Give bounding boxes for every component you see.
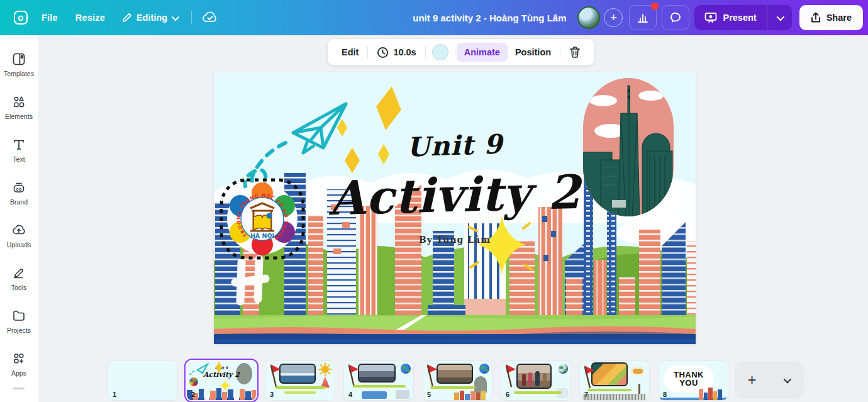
mini-flag-icon xyxy=(268,363,282,388)
brand-icon: co xyxy=(11,180,26,195)
menu-file[interactable]: File xyxy=(33,8,67,28)
mini-flag-icon xyxy=(582,364,596,389)
sidebar-label: Apps xyxy=(11,369,26,377)
page-thumbnail-2[interactable]: Unit 9 Activity 2 2 xyxy=(187,361,256,400)
svg-text:co: co xyxy=(16,186,22,191)
expand-pages-button[interactable] xyxy=(769,377,804,383)
share-button[interactable]: Share xyxy=(799,5,863,30)
mini-bread xyxy=(630,366,645,376)
add-member-button[interactable]: + xyxy=(604,8,623,27)
pencil-icon xyxy=(121,13,132,23)
chevron-down-icon xyxy=(172,13,180,21)
bar-chart-icon xyxy=(637,11,649,24)
elements-icon xyxy=(11,94,26,109)
animate-button[interactable]: Animate xyxy=(457,43,508,62)
background-color-swatch[interactable] xyxy=(432,44,448,60)
mini-photo-edinburgh xyxy=(358,364,396,382)
top-bar: File Resize Editing unit 9 activity 2 - … xyxy=(0,0,868,35)
home-button[interactable] xyxy=(9,6,33,30)
toolbar-divider xyxy=(425,46,426,59)
page-number: 8 xyxy=(663,391,667,398)
page-thumbnail-3[interactable]: 3 xyxy=(265,361,335,400)
present-label: Present xyxy=(723,13,756,23)
user-avatar[interactable] xyxy=(577,6,600,29)
sidebar-label: Templates xyxy=(4,70,34,77)
share-upload-icon xyxy=(811,12,821,23)
document-title[interactable]: unit 9 activity 2 - Hoàng Tùng Lâm xyxy=(413,13,566,23)
tools-icon xyxy=(11,265,26,281)
avatar-image xyxy=(577,6,600,29)
sidebar-label: Elements xyxy=(5,113,33,120)
present-options-button[interactable] xyxy=(767,5,792,30)
menu-editing-label: Editing xyxy=(136,13,167,23)
delete-button[interactable] xyxy=(562,42,588,63)
mini-photo-streetfood xyxy=(591,362,628,386)
sidebar-item-apps[interactable]: Apps xyxy=(1,343,36,384)
mini-you-label: YOU xyxy=(679,379,698,387)
home-icon xyxy=(13,9,29,26)
cloud-check-icon xyxy=(202,11,218,25)
sidebar-item-tools[interactable]: Tools xyxy=(1,258,36,298)
page-thumbnail-7[interactable]: 7 xyxy=(580,361,649,400)
clock-icon xyxy=(377,47,389,59)
mini-busstop xyxy=(396,390,409,399)
insights-button[interactable] xyxy=(629,5,657,30)
sidebar-label: Tools xyxy=(11,284,27,291)
templates-icon xyxy=(11,52,26,67)
mini-sparkle xyxy=(212,362,226,373)
mini-photo-newyork xyxy=(437,364,473,384)
sidebar-item-uploads[interactable]: Uploads xyxy=(1,215,36,255)
sidebar-item-projects[interactable]: Projects xyxy=(1,301,36,341)
mini-cityscape xyxy=(187,388,256,400)
page-number: 6 xyxy=(506,391,509,398)
page-thumbnail-6[interactable]: 6 xyxy=(501,361,570,400)
position-button[interactable]: Position xyxy=(508,43,559,62)
slide-canvas[interactable]: TRƯỜNG TRUNG HỌC CƠ SỞ THÀNH CÔNG HÀ NỘI… xyxy=(214,72,696,344)
context-toolbar: Edit 10.0s Animate Position xyxy=(328,39,594,65)
mini-fence xyxy=(582,393,647,400)
duration-value: 10.0s xyxy=(393,47,416,57)
sidebar-item-elements[interactable]: Elements xyxy=(1,87,36,127)
mini-cityscape xyxy=(454,390,492,400)
page-thumbnail-4[interactable]: 4 xyxy=(344,361,413,400)
mini-flag-icon xyxy=(425,363,438,388)
sidebar-label: Uploads xyxy=(7,241,31,248)
mini-sun-icon xyxy=(318,362,332,376)
page-number: 5 xyxy=(427,391,431,398)
page-number: 4 xyxy=(348,391,352,398)
trash-icon xyxy=(569,46,581,59)
toolbar-divider xyxy=(455,46,455,59)
menu-editing[interactable]: Editing xyxy=(114,8,185,28)
present-button-group: Present xyxy=(694,5,791,30)
sidebar-label: Brand xyxy=(10,198,28,206)
slide-byline[interactable]: By Tùng Lâm xyxy=(214,235,696,245)
page-number: 7 xyxy=(584,391,588,398)
add-page-button-group: + xyxy=(735,361,804,399)
uploads-icon xyxy=(11,223,26,238)
sidebar-item-templates[interactable]: Templates xyxy=(1,44,36,84)
mini-photo-people xyxy=(516,364,552,389)
add-page-button[interactable]: + xyxy=(735,371,769,389)
present-icon xyxy=(704,12,717,23)
menu-resize[interactable]: Resize xyxy=(67,8,114,28)
cloud-save-button[interactable] xyxy=(198,6,222,30)
edit-button[interactable]: Edit xyxy=(334,43,366,62)
text-icon xyxy=(11,137,26,152)
left-sidebar: Templates Elements Text co Brand Uploads xyxy=(0,35,38,402)
toolbar-divider xyxy=(560,46,560,59)
notification-dot xyxy=(651,3,659,10)
chevron-down-icon xyxy=(784,375,792,383)
sidebar-item-brand[interactable]: co Brand xyxy=(1,172,36,213)
page-thumbnail-1[interactable]: 1 xyxy=(108,361,177,400)
sidebar-label: Projects xyxy=(7,327,31,334)
duration-button[interactable]: 10.0s xyxy=(369,42,423,63)
page-thumbnail-5[interactable]: 5 xyxy=(423,361,492,400)
apps-icon xyxy=(11,351,26,366)
sidebar-scroll-hint xyxy=(13,388,25,389)
mini-logo xyxy=(189,377,198,386)
sidebar-label: Text xyxy=(13,155,25,163)
present-button[interactable]: Present xyxy=(694,5,766,30)
comments-button[interactable] xyxy=(662,5,689,30)
sidebar-item-text[interactable]: Text xyxy=(1,130,36,170)
page-thumbnail-8[interactable]: THANK YOU 8 xyxy=(659,361,728,400)
